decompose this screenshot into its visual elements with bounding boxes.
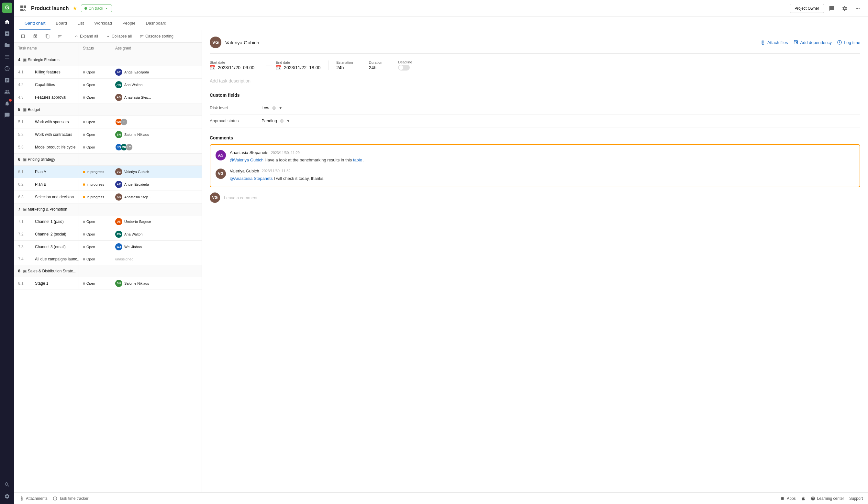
task-time-tracker-btn[interactable]: Task time tracker (53, 496, 89, 501)
sidebar-item-chart[interactable] (2, 75, 12, 85)
comment-time: 2023/11/30, 11:32 (262, 169, 291, 173)
tab-workload[interactable]: Workload (89, 17, 117, 30)
sort-btn[interactable] (55, 33, 65, 40)
table-row[interactable]: 6.2 Plan B In progress AE Angel Escajeda (14, 178, 202, 191)
app-logo[interactable]: G (2, 3, 12, 13)
tab-list[interactable]: List (72, 17, 89, 30)
avatar: AE (115, 69, 122, 76)
deadline-toggle[interactable] (398, 65, 410, 71)
table-row[interactable]: 4.2 Capabilities Open AW Ana Walton (14, 78, 202, 91)
description-field[interactable]: Add task description (210, 77, 860, 85)
sidebar-item-home[interactable] (2, 17, 12, 27)
comment-item: VG Valeriya Gubich 2023/11/30, 11:32 @An… (216, 169, 855, 182)
apple-btn[interactable] (801, 496, 806, 501)
start-date-field[interactable]: Start date 📅 2023/11/20 09:00 (210, 61, 262, 70)
sidebar-item-clock[interactable] (2, 63, 12, 74)
table-row[interactable]: 8.1 Stage 1 Open SN Salome Niklaus (14, 277, 202, 290)
sidebar-item-add[interactable] (2, 29, 12, 39)
sidebar-item-folder[interactable] (2, 40, 12, 51)
sidebar-item-people[interactable] (2, 87, 12, 97)
avatar: SN (115, 280, 122, 287)
apps-btn[interactable]: Apps (780, 496, 796, 501)
risk-level-label: Risk level (210, 105, 261, 110)
table-row[interactable]: 7 ▣ Marketing & Promotion (14, 203, 202, 216)
th-status: Status (79, 43, 111, 54)
task-name-cell: 5 ▣ Budget (14, 104, 79, 115)
comment-content: Anastasia Stepanets 2023/11/30, 11:29 @V… (230, 150, 855, 164)
table-row[interactable]: 5.2 Work with contractors Open SN Salome… (14, 128, 202, 141)
task-name-cell: 7 ▣ Marketing & Promotion (14, 203, 79, 215)
task-name-cell: 8 ▣ Sales & Distribution Strate... (14, 265, 79, 277)
task-name-cell: 4.1 Killing features (14, 66, 79, 78)
table-row[interactable]: 8 ▣ Sales & Distribution Strate... (14, 265, 202, 277)
risk-level-dropdown-btn[interactable]: ▼ (279, 106, 282, 110)
settings-icon-btn[interactable] (839, 3, 850, 13)
table-row[interactable]: 5.1 Work with sponsors Open WS + (14, 116, 202, 128)
assigned-cell (111, 54, 176, 66)
tab-people[interactable]: People (117, 17, 141, 30)
assigned-cell (111, 104, 176, 115)
table-row[interactable]: 4 ▣ Strategic Features (14, 54, 202, 66)
star-icon[interactable]: ★ (72, 5, 77, 11)
comment-avatar: VG (216, 169, 226, 179)
status-badge[interactable]: On track (81, 4, 112, 12)
leave-comment-input[interactable]: Leave a comment (224, 193, 860, 203)
calendar-tool-btn[interactable] (30, 33, 40, 40)
main-content: Product launch ★ On track Project Owner … (14, 0, 868, 504)
expand-all-btn[interactable]: Expand all (72, 33, 101, 40)
add-dependency-button[interactable]: Add dependency (793, 40, 832, 45)
tab-gantt-chart[interactable]: Gantt chart (19, 17, 51, 30)
status-cell: Open (79, 141, 111, 153)
estimation-value: 24h (336, 65, 353, 70)
attachments-btn[interactable]: Attachments (19, 496, 48, 501)
detail-panel: VG Valeriya Gubich Attach files Add depe… (202, 30, 868, 492)
table-row[interactable]: 7.2 Channel 2 (social) Open AW Ana Walto… (14, 228, 202, 241)
table-row[interactable]: 7.1 Channel 1 (paid) Open US Umberto Sag… (14, 216, 202, 228)
task-name-cell: 7.1 Channel 1 (paid) (14, 216, 79, 228)
comment-time: 2023/11/30, 11:29 (271, 151, 300, 155)
estimation-label: Estimation (336, 61, 353, 64)
copy-btn[interactable] (43, 33, 52, 40)
table-row[interactable]: 5.3 Model product life cycle Open JB MK … (14, 141, 202, 154)
tab-dashboard[interactable]: Dashboard (141, 17, 172, 30)
sidebar: G (0, 0, 14, 504)
support-btn[interactable]: Support (849, 496, 863, 501)
approval-status-clear-btn[interactable]: ⊗ (280, 118, 284, 124)
table-row[interactable]: 4.1 Killing features Open AE Angel Escaj… (14, 66, 202, 78)
task-name-cell: 5.2 Work with contractors (14, 129, 79, 140)
project-owner-button[interactable]: Project Owner (790, 4, 824, 13)
cascade-sorting-btn[interactable]: Cascade sorting (137, 33, 176, 40)
end-date-field[interactable]: End date 📅 2023/11/22 18:00 (276, 61, 328, 70)
avatar: AE (115, 181, 122, 188)
comments-box: AS Anastasia Stepanets 2023/11/30, 11:29… (210, 144, 860, 187)
task-time-tracker-label: Task time tracker (59, 496, 89, 501)
approval-status-value: Pending (261, 118, 277, 123)
approval-status-dropdown-btn[interactable]: ▼ (287, 119, 290, 123)
checkbox-btn[interactable] (18, 33, 28, 40)
table-row[interactable]: 4.3 Features approval Open AS Anastasia … (14, 91, 202, 104)
table-row[interactable]: 6 ▣ Pricing Strategy (14, 154, 202, 166)
collapse-all-btn[interactable]: Collapse all (103, 33, 134, 40)
table-row[interactable]: 6.3 Selection and decision In progress A… (14, 191, 202, 203)
learning-center-btn[interactable]: Learning center (811, 496, 844, 501)
risk-level-clear-btn[interactable]: ⊗ (272, 105, 276, 111)
deadline-field: Deadline (390, 60, 412, 71)
status-label: On track (89, 6, 103, 11)
tab-board[interactable]: Board (51, 17, 72, 30)
sidebar-item-list[interactable] (2, 52, 12, 62)
task-name-cell: 6.3 Selection and decision (14, 191, 79, 203)
sidebar-item-notifications[interactable] (2, 98, 12, 109)
more-icon-btn[interactable] (852, 3, 863, 13)
table-row[interactable]: 7.4 All due campaigns launc... Open unas… (14, 253, 202, 265)
sidebar-item-search[interactable] (2, 480, 12, 490)
sidebar-item-comment[interactable] (2, 110, 12, 120)
chat-icon-btn[interactable] (827, 3, 837, 13)
comment-link[interactable]: table (353, 158, 362, 162)
table-row[interactable]: 5 ▣ Budget (14, 104, 202, 116)
status-cell: In progress (79, 191, 111, 203)
sidebar-item-settings[interactable] (2, 491, 12, 501)
log-time-button[interactable]: Log time (837, 40, 860, 45)
attach-files-button[interactable]: Attach files (760, 40, 788, 45)
table-row[interactable]: 6.1 Plan A In progress VG Valeriya Gubic… (14, 166, 202, 178)
table-row[interactable]: 7.3 Channel 3 (email) Open WJ Wei Jiahao (14, 241, 202, 253)
